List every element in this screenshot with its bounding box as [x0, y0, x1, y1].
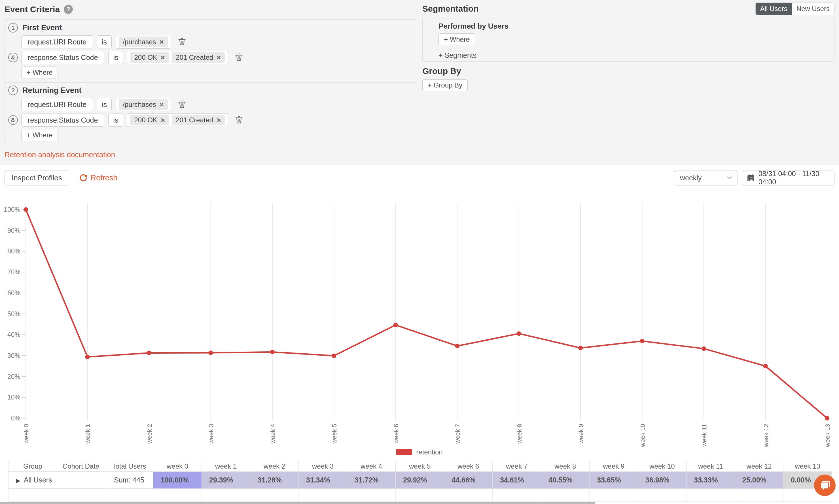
empty-cell [686, 489, 735, 502]
filter-values-box[interactable]: 200 OK×201 Created× [127, 51, 228, 64]
filter-value-chip[interactable]: 201 Created× [172, 52, 225, 63]
field-pill[interactable]: request.URI Route [21, 35, 93, 49]
delete-filter-button[interactable] [234, 52, 244, 62]
y-axis-label: 40% [7, 331, 20, 338]
data-point-week-7[interactable] [455, 344, 460, 348]
filter-values-box[interactable]: /purchases× [116, 98, 171, 111]
filter-value-label: 201 Created [176, 116, 213, 124]
remove-value-icon[interactable]: × [217, 54, 221, 61]
remove-value-icon[interactable]: × [159, 38, 164, 46]
filter-values-box[interactable]: /purchases× [116, 35, 171, 49]
data-point-week-6[interactable] [393, 323, 398, 327]
data-point-week-3[interactable] [208, 350, 213, 355]
retention-docs-link[interactable]: Retention analysis documentation [4, 150, 115, 159]
empty-cell [541, 489, 589, 502]
operator-pill[interactable]: is [108, 51, 123, 64]
operator-pill[interactable]: is [97, 35, 112, 49]
remove-value-icon[interactable]: × [161, 54, 165, 61]
x-axis-label: week 0 [23, 424, 30, 444]
filter-value-label: 201 Created [176, 54, 213, 61]
step-1-badge: 1 [8, 23, 18, 33]
legend-label: retention [416, 448, 443, 456]
empty-cell [444, 489, 493, 502]
date-range-picker[interactable]: 08/31 04:00 - 11/30 04:00 [742, 170, 835, 185]
field-pill[interactable]: response.Status Code [21, 113, 104, 127]
table-row: ▶All UsersSum: 445100.00%29.39%31.28%31.… [9, 472, 832, 489]
operator-pill[interactable]: is [97, 98, 112, 111]
y-axis-label: 80% [7, 248, 20, 255]
filter-value-chip[interactable]: 200 OK× [130, 115, 169, 125]
field-pill[interactable]: response.Status Code [21, 51, 104, 64]
y-axis-label: 60% [7, 289, 20, 297]
table-header-week-2: week 2 [250, 461, 299, 472]
logic-gutter: & [7, 53, 17, 62]
filter-value-label: 200 OK [134, 116, 157, 124]
refresh-icon [79, 173, 88, 182]
refresh-button[interactable]: Refresh [79, 173, 118, 182]
event-criteria-box: 1 First Event request.URI Routeis/purcha… [4, 19, 417, 145]
data-point-week-9[interactable] [578, 346, 583, 350]
toggle-new-users[interactable]: New Users [792, 3, 834, 15]
data-point-week-1[interactable] [85, 355, 89, 359]
filter-value-chip[interactable]: 200 OK× [130, 52, 169, 63]
field-pill[interactable]: request.URI Route [21, 98, 93, 111]
data-point-week-13[interactable] [825, 416, 829, 420]
remove-value-icon[interactable]: × [217, 116, 221, 124]
legend-swatch [396, 449, 412, 455]
retention-cell-week-1: 29.39% [202, 472, 250, 489]
interval-select[interactable]: weekly [674, 170, 738, 185]
filter-value-chip[interactable]: 201 Created× [172, 115, 225, 125]
segmentation-add-where-button[interactable]: + Where [439, 33, 475, 45]
chat-widget-button[interactable] [814, 474, 836, 496]
first-event-label: First Event [22, 23, 62, 32]
filter-values-box[interactable]: 200 OK×201 Created× [127, 113, 228, 127]
retention-cell-week-2: 31.28% [250, 472, 299, 489]
remove-value-icon[interactable]: × [159, 101, 164, 108]
group-cell[interactable]: ▶All Users [9, 472, 57, 489]
segmentation-panel: Segmentation All Users New Users Perform… [422, 0, 835, 91]
help-icon[interactable]: ? [64, 5, 73, 14]
results-card: Inspect Profiles Refresh weekly [0, 165, 839, 504]
empty-cell [57, 489, 105, 502]
empty-cell [735, 489, 784, 502]
inspect-profiles-button[interactable]: Inspect Profiles [4, 170, 69, 185]
data-point-week-5[interactable] [332, 353, 336, 358]
y-axis-label: 70% [7, 268, 20, 276]
toggle-all-users[interactable]: All Users [756, 3, 792, 15]
operator-pill[interactable]: is [108, 113, 123, 127]
table-header-week-11: week 11 [686, 461, 735, 472]
data-point-week-12[interactable] [763, 364, 768, 368]
y-axis-label: 20% [7, 373, 20, 380]
y-axis-label: 100% [4, 206, 20, 213]
expand-row-icon[interactable]: ▶ [16, 478, 20, 484]
delete-filter-button[interactable] [177, 37, 187, 47]
returning-event-add-where-button[interactable]: + Where [21, 129, 58, 141]
retention-analysis-page: Event Criteria ? 1 First Event request.U… [0, 0, 839, 504]
horizontal-scrollbar-thumb[interactable] [0, 502, 595, 504]
empty-cell [299, 489, 347, 502]
delete-filter-button[interactable] [177, 100, 187, 110]
remove-value-icon[interactable]: × [161, 116, 165, 124]
data-point-week-8[interactable] [517, 331, 521, 336]
add-segments-button[interactable]: + Segments [423, 49, 834, 61]
data-point-week-2[interactable] [147, 350, 151, 355]
add-group-by-button[interactable]: + Group By [422, 79, 468, 91]
calendar-icon [747, 174, 755, 182]
retention-cell-week-7: 34.61% [493, 472, 541, 489]
delete-filter-button[interactable] [234, 115, 244, 125]
table-header-week-3: week 3 [299, 461, 347, 472]
retention-cell-week-9: 33.65% [589, 472, 638, 489]
criteria-row: &response.Status Codeis200 OK×201 Create… [7, 51, 411, 64]
filter-value-chip[interactable]: /purchases× [119, 37, 168, 47]
filter-value-chip[interactable]: /purchases× [119, 99, 168, 110]
data-point-week-4[interactable] [270, 350, 275, 354]
total-users-cell: Sum: 445 [105, 472, 153, 489]
filter-value-label: 200 OK [134, 54, 157, 61]
data-point-week-11[interactable] [702, 346, 706, 351]
table-header-row: GroupCohort DateTotal Usersweek 0week 1w… [9, 461, 832, 472]
data-point-week-0[interactable] [23, 207, 28, 212]
x-axis-label: week 5 [331, 424, 338, 444]
data-point-week-10[interactable] [640, 339, 645, 343]
first-event-add-where-button[interactable]: + Where [21, 67, 58, 78]
retention-cell-week-10: 36.98% [638, 472, 686, 489]
